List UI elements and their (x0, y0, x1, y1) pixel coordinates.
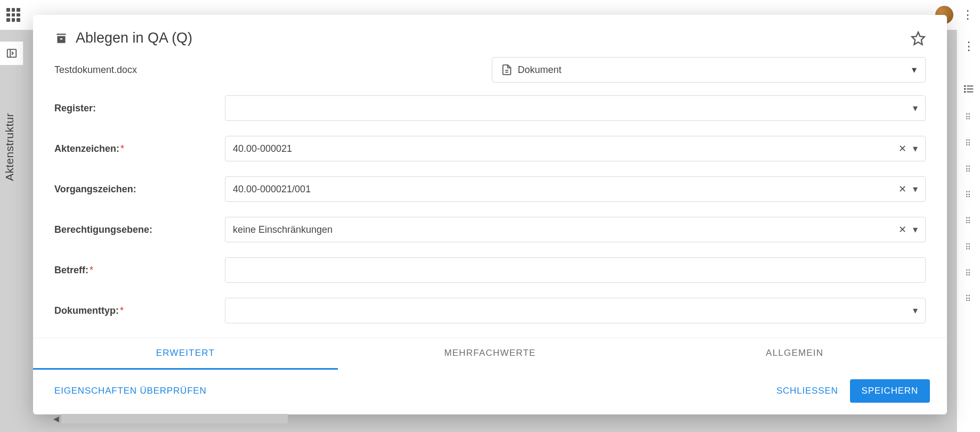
svg-rect-0 (7, 50, 16, 58)
dokumenttyp-label: Dokumenttyp:* (54, 305, 214, 316)
form-scroll-area[interactable]: Register: ▾ Aktenzeichen:* 40.00-000021 … (33, 95, 947, 338)
horizontal-scrollbar[interactable]: ◀ (53, 414, 288, 423)
dialog-footer: EIGENSCHAFTEN ÜBERPRÜFEN SCHLIESSEN SPEI… (33, 370, 947, 414)
aktenzeichen-value: 40.00-000021 (233, 143, 898, 154)
document-type-select[interactable]: Dokument ▾ (492, 57, 926, 83)
tab-allgemein[interactable]: ALLGEMEIN (642, 338, 947, 370)
archive-icon (54, 31, 68, 45)
document-type-value: Dokument (518, 64, 562, 76)
file-dialog: Ablegen in QA (Q) Testdokument.docx Doku… (33, 15, 947, 414)
berechtigung-label: Berechtigungsebene: (54, 224, 214, 235)
check-properties-button[interactable]: EIGENSCHAFTEN ÜBERPRÜFEN (54, 386, 207, 396)
berechtigung-select[interactable]: keine Einschränkungen ✕ ▾ (225, 217, 926, 242)
vorgangszeichen-value: 40.00-000021/001 (233, 184, 898, 195)
scroll-left-icon[interactable]: ◀ (53, 414, 59, 423)
dialog-title-row: Ablegen in QA (Q) (54, 30, 192, 46)
tab-erweitert[interactable]: ERWEITERT (33, 338, 338, 370)
toolstrip-more-icon[interactable]: ⋮ (963, 40, 975, 52)
aktenzeichen-select[interactable]: 40.00-000021 ✕ ▾ (225, 136, 926, 161)
drag-handle[interactable]: ⠿ (965, 218, 972, 225)
chevron-down-icon: ▾ (913, 183, 918, 195)
betreff-label: Betreff:* (54, 265, 214, 276)
chevron-down-icon: ▾ (913, 305, 918, 316)
drag-handle[interactable]: ⠿ (965, 296, 972, 303)
svg-point-5 (964, 86, 965, 87)
chevron-down-icon: ▾ (913, 224, 918, 235)
clear-icon[interactable]: ✕ (898, 224, 906, 235)
more-menu-icon[interactable]: ⋮ (962, 9, 974, 21)
dialog-title: Ablegen in QA (Q) (76, 30, 192, 46)
right-toolstrip: ⋮ ⠿ ⠿ ⠿ ⠿ ⠿ ⠿ ⠿ ⠿ (957, 30, 980, 432)
svg-point-6 (964, 88, 965, 89)
drag-handle[interactable]: ⠿ (965, 114, 972, 121)
scroll-track[interactable] (61, 414, 288, 423)
aktenzeichen-label: Aktenzeichen:* (54, 143, 214, 154)
chevron-down-icon: ▾ (913, 143, 918, 154)
list-view-icon[interactable] (963, 83, 975, 95)
berechtigung-value: keine Einschränkungen (233, 224, 898, 235)
chevron-down-icon: ▾ (913, 102, 918, 114)
drag-handle[interactable]: ⠿ (965, 244, 972, 251)
svg-point-7 (964, 92, 965, 93)
svg-marker-8 (912, 32, 924, 44)
clear-icon[interactable]: ✕ (898, 183, 906, 195)
favorite-button[interactable] (911, 31, 926, 46)
drag-handle[interactable]: ⠿ (965, 140, 972, 147)
document-filename: Testdokument.docx (54, 64, 471, 76)
document-icon (501, 64, 513, 76)
clear-icon[interactable]: ✕ (898, 143, 906, 154)
register-select[interactable]: ▾ (225, 95, 926, 121)
apps-menu-icon[interactable] (6, 8, 20, 22)
expand-sidebar-button[interactable] (0, 42, 23, 65)
vorgangszeichen-label: Vorgangszeichen: (54, 184, 214, 195)
drag-handle[interactable]: ⠿ (965, 192, 972, 199)
form-tabs: ERWEITERT MEHRFACHWERTE ALLGEMEIN (33, 338, 947, 370)
drag-handle[interactable]: ⠿ (965, 270, 972, 277)
vorgangszeichen-select[interactable]: 40.00-000021/001 ✕ ▾ (225, 176, 926, 202)
chevron-down-icon: ▾ (912, 64, 917, 76)
drag-handle[interactable]: ⠿ (965, 166, 972, 173)
tab-mehrfachwerte[interactable]: MEHRFACHWERTE (338, 338, 643, 370)
close-button[interactable]: SCHLIESSEN (776, 386, 838, 396)
register-label: Register: (54, 103, 214, 114)
sidebar-label: Aktenstruktur (3, 113, 16, 181)
star-outline-icon (911, 31, 926, 46)
dokumenttyp-select[interactable]: ▾ (225, 298, 926, 323)
save-button[interactable]: SPEICHERN (850, 379, 930, 403)
betreff-input[interactable] (225, 257, 926, 283)
